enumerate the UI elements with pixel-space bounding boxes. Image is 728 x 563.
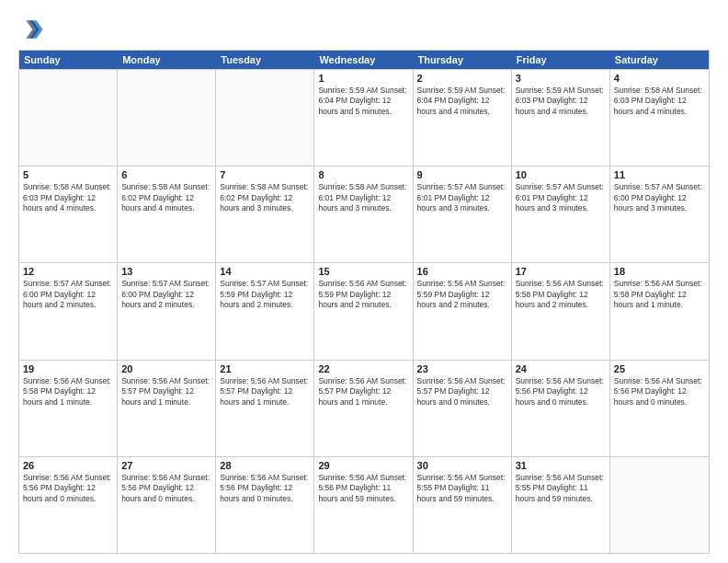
day-info: Sunrise: 5:56 AM Sunset: 5:58 PM Dayligh… [516,279,606,310]
day-number: 8 [318,169,408,180]
day-cell-4: 4Sunrise: 5:58 AM Sunset: 6:03 PM Daylig… [610,70,709,166]
day-info: Sunrise: 5:57 AM Sunset: 6:01 PM Dayligh… [417,182,507,213]
header-day-friday: Friday [512,51,610,69]
day-cell-29: 29Sunrise: 5:56 AM Sunset: 5:56 PM Dayli… [314,457,413,553]
day-cell-20: 20Sunrise: 5:56 AM Sunset: 5:57 PM Dayli… [118,361,216,456]
day-info: Sunrise: 5:57 AM Sunset: 6:01 PM Dayligh… [516,182,606,213]
day-number: 30 [417,460,507,471]
day-info: Sunrise: 5:58 AM Sunset: 6:03 PM Dayligh… [614,86,705,117]
day-number: 24 [516,363,606,374]
day-cell-15: 15Sunrise: 5:56 AM Sunset: 5:59 PM Dayli… [314,263,413,359]
header-day-tuesday: Tuesday [216,51,314,69]
day-number: 27 [121,460,211,471]
day-number: 14 [220,266,310,277]
logo-icon [18,17,44,42]
empty-cell-0-0 [19,70,118,166]
day-number: 28 [220,460,310,471]
header [18,17,710,42]
day-info: Sunrise: 5:56 AM Sunset: 5:57 PM Dayligh… [121,376,211,408]
calendar-header: SundayMondayTuesdayWednesdayThursdayFrid… [19,51,709,69]
day-info: Sunrise: 5:56 AM Sunset: 5:55 PM Dayligh… [417,473,507,504]
day-number: 1 [318,73,408,84]
day-number: 5 [23,169,113,180]
day-number: 31 [516,460,606,471]
day-cell-8: 8Sunrise: 5:58 AM Sunset: 6:01 PM Daylig… [314,167,413,262]
day-cell-3: 3Sunrise: 5:59 AM Sunset: 6:03 PM Daylig… [512,70,610,166]
week-row-4: 19Sunrise: 5:56 AM Sunset: 5:58 PM Dayli… [19,360,709,456]
day-cell-18: 18Sunrise: 5:56 AM Sunset: 5:58 PM Dayli… [610,263,709,359]
week-row-3: 12Sunrise: 5:57 AM Sunset: 6:00 PM Dayli… [19,262,709,359]
day-info: Sunrise: 5:56 AM Sunset: 5:56 PM Dayligh… [23,473,113,504]
week-row-1: 1Sunrise: 5:59 AM Sunset: 6:04 PM Daylig… [19,69,709,166]
day-cell-17: 17Sunrise: 5:56 AM Sunset: 5:58 PM Dayli… [512,263,610,359]
day-cell-19: 19Sunrise: 5:56 AM Sunset: 5:58 PM Dayli… [19,361,118,456]
day-info: Sunrise: 5:56 AM Sunset: 5:55 PM Dayligh… [516,473,606,504]
day-info: Sunrise: 5:56 AM Sunset: 5:57 PM Dayligh… [220,376,310,408]
day-number: 9 [417,169,507,180]
week-row-2: 5Sunrise: 5:58 AM Sunset: 6:03 PM Daylig… [19,166,709,262]
day-number: 4 [614,73,705,84]
day-info: Sunrise: 5:56 AM Sunset: 5:57 PM Dayligh… [318,376,408,408]
day-cell-24: 24Sunrise: 5:56 AM Sunset: 5:56 PM Dayli… [512,361,610,456]
day-info: Sunrise: 5:57 AM Sunset: 6:00 PM Dayligh… [23,279,113,310]
day-cell-11: 11Sunrise: 5:57 AM Sunset: 6:00 PM Dayli… [610,167,709,262]
day-info: Sunrise: 5:57 AM Sunset: 6:00 PM Dayligh… [121,279,211,310]
day-info: Sunrise: 5:56 AM Sunset: 5:59 PM Dayligh… [417,279,507,310]
day-cell-31: 31Sunrise: 5:56 AM Sunset: 5:55 PM Dayli… [512,457,610,553]
empty-cell-0-1 [118,70,216,166]
day-number: 17 [516,266,606,277]
day-cell-22: 22Sunrise: 5:56 AM Sunset: 5:57 PM Dayli… [314,361,413,456]
day-cell-25: 25Sunrise: 5:56 AM Sunset: 5:56 PM Dayli… [610,361,709,456]
header-day-thursday: Thursday [414,51,512,69]
day-number: 15 [318,266,408,277]
day-number: 6 [121,169,211,180]
day-cell-21: 21Sunrise: 5:56 AM Sunset: 5:57 PM Dayli… [216,361,314,456]
day-cell-23: 23Sunrise: 5:56 AM Sunset: 5:57 PM Dayli… [414,361,512,456]
day-number: 25 [614,363,705,374]
day-info: Sunrise: 5:59 AM Sunset: 6:04 PM Dayligh… [417,86,507,117]
day-info: Sunrise: 5:58 AM Sunset: 6:03 PM Dayligh… [23,182,113,213]
day-cell-5: 5Sunrise: 5:58 AM Sunset: 6:03 PM Daylig… [19,167,118,262]
day-info: Sunrise: 5:57 AM Sunset: 6:00 PM Dayligh… [614,182,705,213]
day-number: 23 [417,363,507,374]
day-number: 13 [121,266,211,277]
day-cell-13: 13Sunrise: 5:57 AM Sunset: 6:00 PM Dayli… [118,263,216,359]
day-number: 7 [220,169,310,180]
calendar-body: 1Sunrise: 5:59 AM Sunset: 6:04 PM Daylig… [19,69,709,553]
day-info: Sunrise: 5:56 AM Sunset: 5:56 PM Dayligh… [121,473,211,504]
day-number: 29 [318,460,408,471]
day-cell-7: 7Sunrise: 5:58 AM Sunset: 6:02 PM Daylig… [216,167,314,262]
day-cell-2: 2Sunrise: 5:59 AM Sunset: 6:04 PM Daylig… [414,70,512,166]
day-info: Sunrise: 5:56 AM Sunset: 5:56 PM Dayligh… [614,376,705,408]
day-number: 11 [614,169,705,180]
day-number: 10 [516,169,606,180]
day-cell-28: 28Sunrise: 5:56 AM Sunset: 5:56 PM Dayli… [216,457,314,553]
day-cell-12: 12Sunrise: 5:57 AM Sunset: 6:00 PM Dayli… [19,263,118,359]
day-info: Sunrise: 5:56 AM Sunset: 5:56 PM Dayligh… [516,376,606,408]
day-info: Sunrise: 5:59 AM Sunset: 6:03 PM Dayligh… [516,86,606,117]
day-info: Sunrise: 5:58 AM Sunset: 6:02 PM Dayligh… [121,182,211,213]
day-cell-10: 10Sunrise: 5:57 AM Sunset: 6:01 PM Dayli… [512,167,610,262]
empty-cell-0-2 [216,70,314,166]
day-cell-16: 16Sunrise: 5:56 AM Sunset: 5:59 PM Dayli… [414,263,512,359]
day-info: Sunrise: 5:58 AM Sunset: 6:01 PM Dayligh… [318,182,408,213]
day-cell-6: 6Sunrise: 5:58 AM Sunset: 6:02 PM Daylig… [118,167,216,262]
day-number: 12 [23,266,113,277]
header-day-sunday: Sunday [19,51,118,69]
header-day-monday: Monday [118,51,216,69]
day-number: 18 [614,266,705,277]
day-info: Sunrise: 5:56 AM Sunset: 5:56 PM Dayligh… [220,473,310,504]
day-info: Sunrise: 5:56 AM Sunset: 5:59 PM Dayligh… [318,279,408,310]
day-number: 26 [23,460,113,471]
day-info: Sunrise: 5:56 AM Sunset: 5:57 PM Dayligh… [417,376,507,408]
day-info: Sunrise: 5:57 AM Sunset: 5:59 PM Dayligh… [220,279,310,310]
day-info: Sunrise: 5:58 AM Sunset: 6:02 PM Dayligh… [220,182,310,213]
day-info: Sunrise: 5:56 AM Sunset: 5:56 PM Dayligh… [318,473,408,504]
day-number: 3 [516,73,606,84]
day-number: 22 [318,363,408,374]
empty-cell-4-6 [610,457,709,553]
day-cell-30: 30Sunrise: 5:56 AM Sunset: 5:55 PM Dayli… [414,457,512,553]
day-info: Sunrise: 5:59 AM Sunset: 6:04 PM Dayligh… [318,86,408,117]
day-cell-26: 26Sunrise: 5:56 AM Sunset: 5:56 PM Dayli… [19,457,118,553]
day-number: 19 [23,363,113,374]
